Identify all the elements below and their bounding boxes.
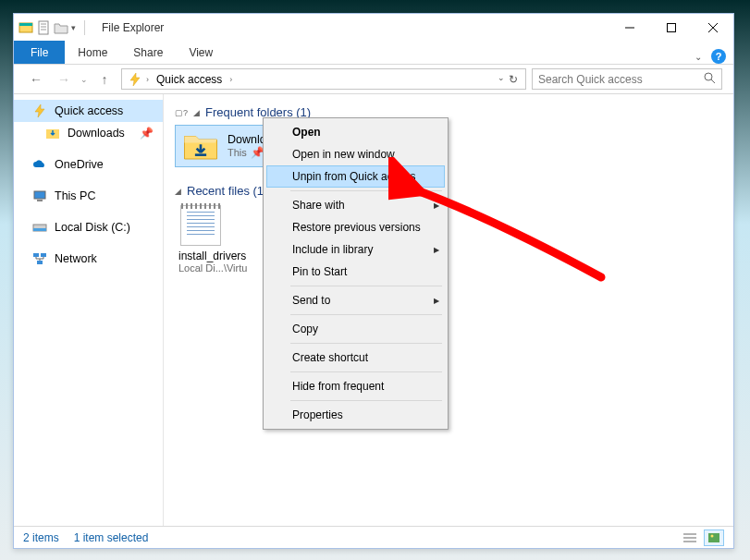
nav-this-pc[interactable]: This PC xyxy=(14,185,163,207)
status-selected: 1 item selected xyxy=(74,531,149,544)
quick-access-icon xyxy=(32,103,47,118)
ctx-create-shortcut[interactable]: Create shortcut xyxy=(266,347,445,369)
separator xyxy=(290,400,442,401)
svg-rect-20 xyxy=(41,253,46,257)
breadcrumb-dropdown-icon[interactable]: ⌄ xyxy=(498,73,505,86)
qat-dropdown-icon[interactable]: ▾ xyxy=(71,23,76,32)
ribbon-tab-home[interactable]: Home xyxy=(65,42,120,64)
nav-network[interactable]: Network xyxy=(14,248,163,270)
svg-rect-18 xyxy=(33,228,46,231)
svg-rect-19 xyxy=(33,253,39,257)
separator xyxy=(290,190,442,191)
section-recent[interactable]: ◢ Recent files (1) xyxy=(175,184,722,198)
ctx-open-new-window[interactable]: Open in new window xyxy=(266,143,445,165)
properties-icon[interactable] xyxy=(36,20,51,35)
ribbon-file-tab[interactable]: File xyxy=(14,41,65,64)
nav-local-disk[interactable]: Local Disk (C:) xyxy=(14,216,163,238)
back-button[interactable]: ← xyxy=(25,68,47,91)
thumbnails-view-button[interactable] xyxy=(704,530,724,546)
ribbon-tab-view[interactable]: View xyxy=(176,42,226,64)
disk-icon xyxy=(32,220,47,235)
chevron-right-icon[interactable]: › xyxy=(144,75,151,84)
content-pane[interactable]: ▢? ▾ ◢ Frequent folders (1) Downloads Th… xyxy=(164,94,733,526)
svg-marker-13 xyxy=(35,104,44,117)
chevron-right-icon[interactable]: › xyxy=(227,75,234,84)
this-pc-icon xyxy=(32,189,47,203)
status-item-count: 2 items xyxy=(23,531,59,544)
separator xyxy=(290,343,442,344)
maximize-button[interactable] xyxy=(650,15,692,42)
pin-icon: 📌 xyxy=(140,127,154,140)
ctx-hide-frequent[interactable]: Hide from frequent xyxy=(266,375,445,397)
ctx-restore-versions[interactable]: Restore previous versions xyxy=(266,216,445,238)
search-input[interactable]: Search Quick access xyxy=(532,68,722,90)
status-bar: 2 items 1 item selected xyxy=(14,526,733,548)
separator xyxy=(290,371,442,372)
svg-rect-26 xyxy=(708,533,719,542)
window-title: File Explorer xyxy=(102,21,164,34)
explorer-icon xyxy=(18,20,33,35)
file-install-drivers[interactable]: install_drivers Local Di...\Virtu xyxy=(175,203,267,275)
svg-marker-10 xyxy=(130,73,140,86)
separator xyxy=(290,314,442,315)
window-controls xyxy=(609,15,733,42)
svg-line-12 xyxy=(711,79,715,83)
minimize-button[interactable] xyxy=(609,15,650,42)
address-bar: ← → ⌄ ↑ › Quick access › ⌄ ↻ Search Quic… xyxy=(14,65,733,94)
ctx-copy[interactable]: Copy xyxy=(266,318,445,340)
ctx-share-with[interactable]: Share with xyxy=(266,194,445,216)
svg-rect-21 xyxy=(37,261,43,264)
refresh-icon[interactable]: ↻ xyxy=(509,73,518,86)
new-folder-icon[interactable] xyxy=(54,20,68,35)
ctx-pin-start[interactable]: Pin to Start xyxy=(266,261,445,283)
collapse-icon[interactable]: ▢? xyxy=(175,108,188,117)
ctx-send-to[interactable]: Send to xyxy=(266,289,445,311)
separator xyxy=(290,286,442,286)
svg-rect-16 xyxy=(37,200,43,201)
svg-rect-1 xyxy=(19,23,32,26)
svg-rect-7 xyxy=(667,24,675,32)
ribbon-expand-icon[interactable]: ⌄ xyxy=(695,52,702,62)
nav-onedrive[interactable]: OneDrive xyxy=(14,153,163,176)
section-frequent[interactable]: ▢? ▾ ◢ Frequent folders (1) xyxy=(175,105,722,119)
file-name: install_drivers xyxy=(178,250,264,262)
breadcrumb-segment[interactable]: Quick access xyxy=(151,73,227,86)
folder-icon xyxy=(181,127,220,165)
navigation-pane: Quick access Downloads 📌 OneDrive This P… xyxy=(14,94,164,526)
ctx-include-library[interactable]: Include in library xyxy=(266,238,445,261)
svg-rect-15 xyxy=(34,191,45,199)
recent-locations-icon[interactable]: ⌄ xyxy=(80,75,88,84)
ribbon-tab-share[interactable]: Share xyxy=(120,42,176,64)
help-icon[interactable]: ? xyxy=(711,49,726,64)
nav-quick-access[interactable]: Quick access xyxy=(14,100,163,122)
quick-access-icon xyxy=(126,72,144,87)
file-path: Local Di...\Virtu xyxy=(178,262,264,274)
details-view-button[interactable] xyxy=(680,530,700,546)
breadcrumb[interactable]: › Quick access › ⌄ ↻ xyxy=(121,68,526,90)
titlebar: ▾ File Explorer xyxy=(14,14,733,42)
search-placeholder: Search Quick access xyxy=(538,73,643,86)
search-icon xyxy=(704,72,716,87)
ctx-properties[interactable]: Properties xyxy=(266,404,445,426)
svg-point-27 xyxy=(711,534,714,537)
svg-point-11 xyxy=(705,73,712,80)
onedrive-icon xyxy=(32,157,47,172)
svg-rect-2 xyxy=(39,21,48,34)
downloads-icon xyxy=(45,126,60,140)
text-file-icon xyxy=(180,205,221,246)
ctx-open[interactable]: Open xyxy=(266,121,445,143)
quick-access-toolbar: ▾ xyxy=(14,20,91,35)
context-menu: Open Open in new window Unpin from Quick… xyxy=(263,117,449,430)
up-button[interactable]: ↑ xyxy=(93,68,116,91)
ribbon: File Home Share View ⌄ ? xyxy=(14,42,733,65)
network-icon xyxy=(32,251,47,266)
forward-button[interactable]: → xyxy=(53,68,75,91)
nav-downloads[interactable]: Downloads 📌 xyxy=(14,122,163,144)
close-button[interactable] xyxy=(692,15,733,42)
ctx-unpin-quick-access[interactable]: Unpin from Quick access xyxy=(266,165,445,188)
